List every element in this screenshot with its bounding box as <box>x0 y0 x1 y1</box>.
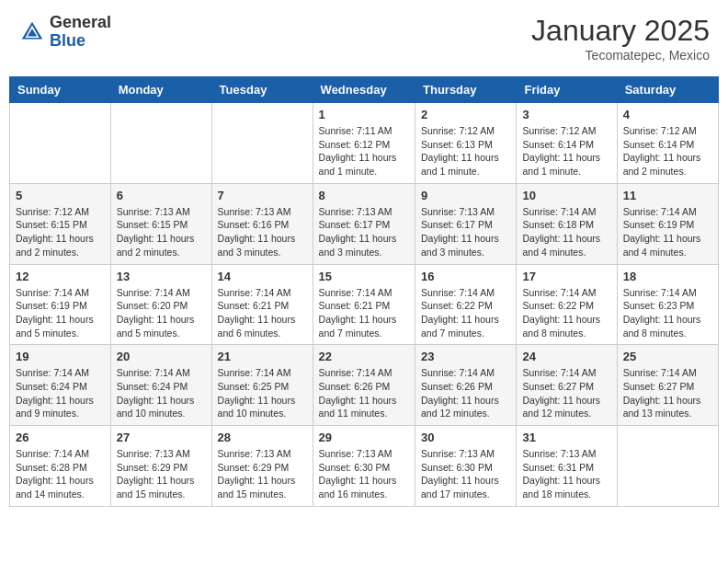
calendar-table: SundayMondayTuesdayWednesdayThursdayFrid… <box>9 76 719 507</box>
calendar-cell: 3Sunrise: 7:12 AMSunset: 6:14 PMDaylight… <box>517 103 617 184</box>
calendar-cell: 8Sunrise: 7:13 AMSunset: 6:17 PMDaylight… <box>313 183 415 264</box>
day-number: 18 <box>623 270 712 283</box>
day-number: 26 <box>16 431 105 444</box>
page-header: General Blue January 2025 Tecomatepec, M… <box>9 9 719 67</box>
day-number: 13 <box>117 270 206 283</box>
calendar-cell: 21Sunrise: 7:14 AMSunset: 6:25 PMDayligh… <box>211 345 313 426</box>
calendar-header-tuesday: Tuesday <box>211 77 313 103</box>
calendar-cell: 9Sunrise: 7:13 AMSunset: 6:17 PMDaylight… <box>415 183 517 264</box>
day-info: Sunrise: 7:13 AMSunset: 6:31 PMDaylight:… <box>522 447 610 501</box>
calendar-header-sunday: Sunday <box>10 77 111 103</box>
month-title: January 2025 <box>531 14 710 48</box>
day-info: Sunrise: 7:14 AMSunset: 6:20 PMDaylight:… <box>117 286 206 340</box>
day-info: Sunrise: 7:13 AMSunset: 6:30 PMDaylight:… <box>421 447 510 501</box>
day-info: Sunrise: 7:14 AMSunset: 6:26 PMDaylight:… <box>421 366 510 420</box>
day-info: Sunrise: 7:14 AMSunset: 6:19 PMDaylight:… <box>16 286 105 340</box>
calendar-cell: 14Sunrise: 7:14 AMSunset: 6:21 PMDayligh… <box>211 264 313 345</box>
day-number: 30 <box>421 431 510 444</box>
day-number: 7 <box>218 189 307 202</box>
calendar-cell: 25Sunrise: 7:14 AMSunset: 6:27 PMDayligh… <box>617 345 718 426</box>
day-info: Sunrise: 7:14 AMSunset: 6:26 PMDaylight:… <box>319 366 409 420</box>
day-info: Sunrise: 7:14 AMSunset: 6:21 PMDaylight:… <box>319 286 409 340</box>
title-section: January 2025 Tecomatepec, Mexico <box>531 14 710 63</box>
calendar-week-row: 19Sunrise: 7:14 AMSunset: 6:24 PMDayligh… <box>10 345 719 426</box>
calendar-cell: 6Sunrise: 7:13 AMSunset: 6:15 PMDaylight… <box>110 183 211 264</box>
day-info: Sunrise: 7:13 AMSunset: 6:15 PMDaylight:… <box>117 205 206 259</box>
day-number: 23 <box>421 350 510 363</box>
location: Tecomatepec, Mexico <box>531 48 710 63</box>
calendar-cell: 23Sunrise: 7:14 AMSunset: 6:26 PMDayligh… <box>415 345 517 426</box>
day-info: Sunrise: 7:12 AMSunset: 6:14 PMDaylight:… <box>522 124 610 178</box>
day-number: 15 <box>319 270 409 283</box>
calendar-cell: 16Sunrise: 7:14 AMSunset: 6:22 PMDayligh… <box>415 264 517 345</box>
day-number: 22 <box>319 350 409 363</box>
day-number: 5 <box>16 189 105 202</box>
day-number: 19 <box>16 350 105 363</box>
calendar-cell <box>617 426 718 507</box>
calendar-cell: 7Sunrise: 7:13 AMSunset: 6:16 PMDaylight… <box>211 183 313 264</box>
day-info: Sunrise: 7:13 AMSunset: 6:17 PMDaylight:… <box>421 205 510 259</box>
calendar-cell: 5Sunrise: 7:12 AMSunset: 6:15 PMDaylight… <box>10 183 111 264</box>
day-info: Sunrise: 7:13 AMSunset: 6:17 PMDaylight:… <box>319 205 409 259</box>
day-info: Sunrise: 7:14 AMSunset: 6:27 PMDaylight:… <box>623 366 712 420</box>
day-info: Sunrise: 7:12 AMSunset: 6:15 PMDaylight:… <box>16 205 105 259</box>
day-info: Sunrise: 7:14 AMSunset: 6:23 PMDaylight:… <box>623 286 712 340</box>
day-number: 3 <box>522 108 610 121</box>
calendar-header-friday: Friday <box>517 77 617 103</box>
day-info: Sunrise: 7:14 AMSunset: 6:25 PMDaylight:… <box>218 366 307 420</box>
calendar-cell <box>110 103 211 184</box>
day-number: 10 <box>522 189 610 202</box>
day-number: 14 <box>218 270 307 283</box>
day-info: Sunrise: 7:14 AMSunset: 6:28 PMDaylight:… <box>16 447 105 501</box>
day-number: 29 <box>319 431 409 444</box>
day-info: Sunrise: 7:13 AMSunset: 6:29 PMDaylight:… <box>117 447 206 501</box>
calendar-week-row: 12Sunrise: 7:14 AMSunset: 6:19 PMDayligh… <box>10 264 719 345</box>
logo-text: General Blue <box>50 14 111 51</box>
calendar-cell: 31Sunrise: 7:13 AMSunset: 6:31 PMDayligh… <box>517 426 617 507</box>
logo-icon <box>18 18 46 46</box>
calendar-cell: 4Sunrise: 7:12 AMSunset: 6:14 PMDaylight… <box>617 103 718 184</box>
day-info: Sunrise: 7:14 AMSunset: 6:22 PMDaylight:… <box>522 286 610 340</box>
calendar-cell: 10Sunrise: 7:14 AMSunset: 6:18 PMDayligh… <box>517 183 617 264</box>
day-number: 27 <box>117 431 206 444</box>
day-number: 24 <box>522 350 610 363</box>
calendar-header-row: SundayMondayTuesdayWednesdayThursdayFrid… <box>10 77 719 103</box>
calendar-header-thursday: Thursday <box>415 77 517 103</box>
day-info: Sunrise: 7:14 AMSunset: 6:24 PMDaylight:… <box>16 366 105 420</box>
day-info: Sunrise: 7:13 AMSunset: 6:29 PMDaylight:… <box>218 447 307 501</box>
day-number: 25 <box>623 350 712 363</box>
day-number: 2 <box>421 108 510 121</box>
day-info: Sunrise: 7:13 AMSunset: 6:16 PMDaylight:… <box>218 205 307 259</box>
day-info: Sunrise: 7:14 AMSunset: 6:18 PMDaylight:… <box>522 205 610 259</box>
calendar-week-row: 5Sunrise: 7:12 AMSunset: 6:15 PMDaylight… <box>10 183 719 264</box>
day-info: Sunrise: 7:12 AMSunset: 6:14 PMDaylight:… <box>623 124 712 178</box>
day-info: Sunrise: 7:14 AMSunset: 6:22 PMDaylight:… <box>421 286 510 340</box>
calendar-cell: 30Sunrise: 7:13 AMSunset: 6:30 PMDayligh… <box>415 426 517 507</box>
calendar-header-saturday: Saturday <box>617 77 718 103</box>
calendar-cell: 28Sunrise: 7:13 AMSunset: 6:29 PMDayligh… <box>211 426 313 507</box>
logo: General Blue <box>18 14 111 51</box>
day-number: 20 <box>117 350 206 363</box>
calendar-cell: 22Sunrise: 7:14 AMSunset: 6:26 PMDayligh… <box>313 345 415 426</box>
day-number: 16 <box>421 270 510 283</box>
day-number: 11 <box>623 189 712 202</box>
day-info: Sunrise: 7:13 AMSunset: 6:30 PMDaylight:… <box>319 447 409 501</box>
day-number: 21 <box>218 350 307 363</box>
calendar-cell <box>211 103 313 184</box>
calendar-cell: 19Sunrise: 7:14 AMSunset: 6:24 PMDayligh… <box>10 345 111 426</box>
day-number: 8 <box>319 189 409 202</box>
calendar-header-wednesday: Wednesday <box>313 77 415 103</box>
calendar-cell: 24Sunrise: 7:14 AMSunset: 6:27 PMDayligh… <box>517 345 617 426</box>
day-info: Sunrise: 7:12 AMSunset: 6:13 PMDaylight:… <box>421 124 510 178</box>
day-info: Sunrise: 7:14 AMSunset: 6:19 PMDaylight:… <box>623 205 712 259</box>
day-number: 28 <box>218 431 307 444</box>
day-info: Sunrise: 7:14 AMSunset: 6:24 PMDaylight:… <box>117 366 206 420</box>
day-number: 9 <box>421 189 510 202</box>
day-info: Sunrise: 7:11 AMSunset: 6:12 PMDaylight:… <box>319 124 409 178</box>
day-number: 31 <box>522 431 610 444</box>
calendar-cell: 18Sunrise: 7:14 AMSunset: 6:23 PMDayligh… <box>617 264 718 345</box>
calendar-cell: 13Sunrise: 7:14 AMSunset: 6:20 PMDayligh… <box>110 264 211 345</box>
calendar-cell: 12Sunrise: 7:14 AMSunset: 6:19 PMDayligh… <box>10 264 111 345</box>
day-number: 4 <box>623 108 712 121</box>
calendar-cell: 27Sunrise: 7:13 AMSunset: 6:29 PMDayligh… <box>110 426 211 507</box>
